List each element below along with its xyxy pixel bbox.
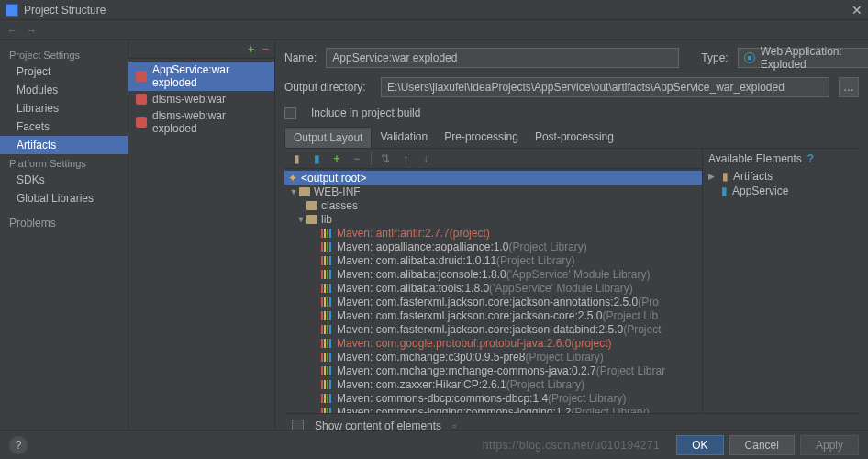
tab-pre-processing[interactable]: Pre-processing (436, 127, 527, 148)
output-dir-input[interactable] (381, 77, 829, 97)
project-settings-heading: Project Settings (0, 46, 128, 62)
tree-lib-item[interactable]: Maven: commons-dbcp:commons-dbcp:1.4 (Pr… (284, 391, 702, 405)
sidebar-item-modules[interactable]: Modules (0, 81, 128, 99)
folder-icon (306, 215, 317, 224)
tree-lib-item[interactable]: Maven: commons-logging:commons-logging:1… (284, 405, 702, 413)
artifacts-toolbar: + − (128, 40, 274, 59)
name-input[interactable] (326, 48, 679, 68)
help-button[interactable]: ? (9, 436, 28, 454)
sidebar: Project Settings Project Modules Librari… (0, 40, 128, 437)
add-icon[interactable]: + (248, 42, 255, 56)
file-icon[interactable]: ▮ (310, 152, 323, 165)
artifact-row[interactable]: dlsms-web:war exploded (128, 107, 274, 137)
available-elements-panel: Available Elements? ▶▮Artifacts ▮AppServ… (703, 149, 859, 413)
sidebar-item-facets[interactable]: Facets (0, 118, 128, 136)
tree-lib-item[interactable]: Maven: antlr:antlr:2.7.7 (project) (284, 226, 702, 240)
artifact-row[interactable]: AppService:war exploded (128, 62, 274, 91)
artifact-row[interactable]: dlsms-web:war (128, 91, 274, 107)
artifacts-list: AppService:war exploded dlsms-web:war dl… (128, 59, 274, 137)
sidebar-item-global-libraries[interactable]: Global Libraries (0, 189, 128, 207)
remove-icon[interactable]: − (351, 152, 363, 165)
war-icon (136, 94, 147, 105)
expand-icon[interactable]: ▶ (708, 172, 718, 181)
available-module[interactable]: ▮AppService (708, 184, 853, 198)
available-elements-heading: Available Elements (708, 152, 802, 165)
tree-lib-item[interactable]: Maven: aopalliance:aopalliance:1.0 (Proj… (284, 240, 702, 253)
library-icon (321, 353, 331, 362)
tree-lib-item[interactable]: Maven: com.fasterxml.jackson.core:jackso… (284, 308, 702, 322)
output-dir-label: Output directory: (284, 81, 372, 94)
tree-lib-item[interactable]: Maven: com.mchange:mchange-commons-java:… (284, 364, 702, 377)
name-label: Name: (284, 51, 317, 64)
watermark: https://blog.csdn.net/u010194271 (483, 439, 660, 452)
library-icon (321, 394, 331, 403)
tree-lib-item[interactable]: Maven: com.mchange:c3p0:0.9.5-pre8 (Proj… (284, 350, 702, 364)
dialog-footer: ? https://blog.csdn.net/u010194271 OK Ca… (0, 430, 868, 459)
tree-lib-item[interactable]: Maven: com.zaxxer:HikariCP:2.6.1 (Projec… (284, 377, 702, 391)
forward-icon[interactable]: → (27, 25, 37, 36)
tree-lib-item[interactable]: Maven: com.google.protobuf:protobuf-java… (284, 336, 702, 350)
library-icon (321, 270, 331, 279)
folder-icon: ▮ (722, 170, 729, 183)
library-icon (321, 297, 331, 307)
ok-button[interactable]: OK (676, 435, 723, 455)
remove-icon[interactable]: − (262, 42, 269, 56)
sidebar-item-artifacts[interactable]: Artifacts (0, 136, 128, 154)
type-dropdown[interactable]: Web Application: Exploded (738, 48, 868, 68)
expand-icon[interactable]: ▼ (295, 215, 306, 224)
root-icon: ✦ (288, 172, 297, 185)
tabs: Output Layout Validation Pre-processing … (284, 127, 859, 149)
sidebar-item-project[interactable]: Project (0, 62, 128, 81)
folder-icon (299, 187, 310, 196)
artifacts-list-panel: + − AppService:war exploded dlsms-web:wa… (128, 40, 275, 437)
down-icon[interactable]: ↓ (419, 152, 432, 165)
library-icon (321, 242, 331, 252)
tree-folder[interactable]: ▼lib (284, 212, 702, 226)
type-label: Type: (701, 51, 728, 64)
browse-button[interactable]: … (839, 77, 859, 97)
artifact-label: dlsms-web:war (152, 93, 226, 106)
tab-output-layout[interactable]: Output Layout (284, 127, 372, 148)
tree-lib-item[interactable]: Maven: com.fasterxml.jackson.core:jackso… (284, 322, 702, 336)
library-icon (321, 229, 331, 238)
tree-lib-item[interactable]: Maven: com.alibaba:druid:1.0.11 (Project… (284, 253, 702, 267)
war-icon (136, 117, 147, 128)
cancel-button[interactable]: Cancel (729, 435, 795, 455)
tree-lib-item[interactable]: Maven: com.alibaba:tools:1.8.0 ('AppServ… (284, 281, 702, 295)
library-icon (321, 339, 331, 348)
separator (371, 152, 372, 165)
module-icon: ▮ (721, 185, 728, 197)
include-label: Include in project build (311, 106, 420, 119)
sidebar-item-sdks[interactable]: SDKs (0, 171, 128, 189)
platform-settings-heading: Platform Settings (0, 154, 128, 171)
include-checkbox[interactable] (284, 107, 296, 119)
sidebar-item-libraries[interactable]: Libraries (0, 99, 128, 118)
up-icon[interactable]: ↑ (399, 152, 412, 165)
window-title: Project Structure (24, 4, 851, 17)
available-artifacts[interactable]: ▶▮Artifacts (708, 169, 853, 184)
app-icon (6, 4, 18, 17)
tree-folder[interactable]: ▼WEB-INF (284, 185, 702, 198)
close-icon[interactable]: ✕ (851, 3, 862, 17)
back-icon[interactable]: ← (7, 25, 17, 36)
tree-folder[interactable]: classes (284, 198, 702, 212)
tab-post-processing[interactable]: Post-processing (527, 127, 622, 148)
help-icon[interactable]: ? (807, 152, 814, 165)
titlebar: Project Structure ✕ (0, 0, 868, 20)
tab-validation[interactable]: Validation (372, 127, 436, 148)
expand-icon[interactable]: ▼ (288, 187, 299, 196)
library-icon (321, 284, 331, 293)
tree-root[interactable]: ✦<output root> (284, 171, 702, 185)
artifact-label: AppService:war exploded (152, 63, 267, 89)
folder-icon[interactable]: ▮ (290, 152, 303, 165)
tree-lib-item[interactable]: Maven: com.fasterxml.jackson.core:jackso… (284, 295, 702, 308)
output-tree[interactable]: ✦<output root> ▼WEB-INF classes ▼lib Mav… (284, 169, 702, 413)
tree-lib-item[interactable]: Maven: com.alibaba:jconsole:1.8.0 ('AppS… (284, 267, 702, 281)
add-icon[interactable]: + (330, 152, 343, 165)
apply-button[interactable]: Apply (800, 435, 859, 455)
sort-icon[interactable]: ⇅ (379, 152, 392, 165)
artifact-label: dlsms-web:war exploded (152, 109, 267, 135)
content-panel: Name: Type: Web Application: Exploded ▼ … (275, 40, 868, 437)
sidebar-item-problems[interactable]: Problems (0, 207, 128, 232)
library-icon (321, 366, 331, 375)
